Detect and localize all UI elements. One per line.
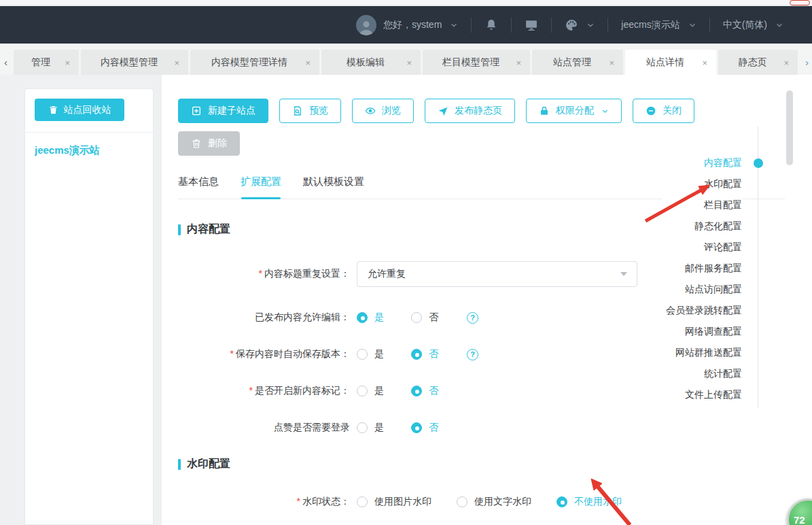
radio-icon <box>357 496 368 507</box>
required-asterisk: * <box>259 268 262 279</box>
send-icon <box>438 105 448 116</box>
detail-tab[interactable]: 基本信息 <box>178 175 219 188</box>
anchor-item[interactable]: 网站群推送配置 <box>666 342 742 363</box>
anchor-item[interactable]: 静态化配置 <box>666 216 742 237</box>
sidebar-site-item[interactable]: jeecms演示站 <box>25 133 153 169</box>
anchor-item[interactable]: 内容配置 <box>666 152 742 173</box>
detail-tab[interactable]: 默认模板设置 <box>303 175 364 188</box>
chevron-down-icon <box>586 21 595 29</box>
site-switcher-label: jeecms演示站 <box>621 19 679 31</box>
radio-option[interactable]: 是 <box>357 348 384 360</box>
delete-button[interactable]: 删除 <box>178 131 240 156</box>
form-label: *水印状态： <box>178 496 350 508</box>
radio-checked-icon <box>411 386 422 396</box>
radio-checked-icon <box>411 349 422 360</box>
toolbar-button-eye[interactable]: 浏览 <box>352 99 414 123</box>
anchor-line <box>758 126 758 408</box>
theme-menu[interactable] <box>565 18 595 32</box>
tab-bar-tabs: 管理×内容模型管理×内容模型管理详情×模板编辑×栏目模型管理×站点管理×站点详情… <box>14 50 798 75</box>
help-icon[interactable]: ? <box>467 349 478 360</box>
greeting-text: 您好，system <box>383 19 442 31</box>
user-avatar-icon[interactable] <box>356 15 376 35</box>
user-menu[interactable]: 您好，system <box>383 19 458 31</box>
tab-close-icon[interactable]: × <box>516 57 521 67</box>
monitor-icon[interactable] <box>525 18 538 32</box>
tab-close-icon[interactable]: × <box>174 57 179 67</box>
tab-item[interactable]: 站点详情× <box>625 50 716 75</box>
toolbar-button-send[interactable]: 发布静态页 <box>425 99 515 123</box>
scrollbar-thumb[interactable] <box>786 90 793 165</box>
toolbar-button-add-site[interactable]: 新建子站点 <box>178 99 268 123</box>
select-box[interactable]: 允许重复 <box>357 261 637 287</box>
radio-label: 使用文字水印 <box>474 496 531 508</box>
tab-item[interactable]: 内容模型管理详情× <box>190 50 319 75</box>
required-asterisk: * <box>230 348 234 359</box>
radio-option[interactable]: 是 <box>357 311 384 324</box>
help-icon[interactable]: ? <box>467 312 478 324</box>
tab-close-icon[interactable]: × <box>305 57 311 67</box>
chevron-down-icon <box>450 21 458 29</box>
radio-label: 不使用水印 <box>574 496 622 508</box>
toolbar-button-minus-circle[interactable]: 关闭 <box>633 99 694 123</box>
anchor-item[interactable]: 水印配置 <box>666 173 742 194</box>
browser-edge-strip <box>0 0 812 6</box>
toolbar-button-preview[interactable]: 预览 <box>279 99 341 123</box>
radio-option[interactable]: 否 <box>411 311 438 324</box>
radio-icon <box>357 386 368 396</box>
add-site-icon <box>191 105 202 116</box>
tab-close-icon[interactable]: × <box>65 57 70 67</box>
tab-item[interactable]: 管理× <box>14 50 79 75</box>
tab-close-icon[interactable]: × <box>783 57 789 67</box>
radio-option[interactable]: 使用图片水印 <box>357 496 431 508</box>
tab-close-icon[interactable]: × <box>702 57 707 67</box>
toolbar-button-lock[interactable]: 权限分配 <box>526 99 622 123</box>
anchor-item[interactable]: 会员登录跳转配置 <box>666 300 742 321</box>
divider <box>511 18 512 33</box>
site-recycle-label: 站点回收站 <box>64 104 111 116</box>
toolbar-button-label: 发布静态页 <box>455 105 502 117</box>
anchor-item[interactable]: 栏目配置 <box>666 194 742 216</box>
anchor-item[interactable]: 网络调查配置 <box>666 321 742 342</box>
tab-close-icon[interactable]: × <box>609 57 614 67</box>
anchor-item[interactable]: 邮件服务配置 <box>666 258 742 279</box>
trash-icon <box>191 138 202 149</box>
radio-option[interactable]: 不使用水印 <box>557 496 622 508</box>
form-control: 是否? <box>357 311 478 324</box>
tab-item[interactable]: 站点管理× <box>532 50 623 75</box>
tab-item[interactable]: 模板编辑× <box>321 50 421 75</box>
anchor-item[interactable]: 评论配置 <box>666 237 742 258</box>
site-switcher[interactable]: jeecms演示站 <box>621 19 696 31</box>
tabs-scroll-left-icon[interactable]: ‹ <box>4 56 7 68</box>
form-control: 使用图片水印使用文字水印不使用水印 <box>357 496 647 508</box>
divider <box>607 18 608 33</box>
tabs-scroll-right-icon[interactable]: › <box>805 56 809 68</box>
form-label: *保存内容时自动保存版本： <box>178 348 350 360</box>
toolbar: 新建子站点预览浏览发布静态页权限分配关闭 <box>178 99 812 123</box>
tab-label: 内容模型管理 <box>101 56 169 69</box>
tab-item[interactable]: 内容模型管理× <box>81 50 188 75</box>
tab-close-icon[interactable]: × <box>406 57 412 67</box>
radio-label: 否 <box>429 348 438 360</box>
anchor-item[interactable]: 统计配置 <box>666 363 742 384</box>
site-recycle-button[interactable]: 站点回收站 <box>35 99 124 121</box>
radio-icon <box>357 349 368 360</box>
detail-tab[interactable]: 扩展配置 <box>241 175 281 188</box>
radio-option[interactable]: 否 <box>411 385 438 397</box>
anchor-item[interactable]: 站点访问配置 <box>666 279 742 300</box>
radio-option[interactable]: 否 <box>411 422 438 434</box>
radio-option[interactable]: 是 <box>357 385 384 397</box>
required-asterisk: * <box>297 496 300 507</box>
tab-item[interactable]: 静态页× <box>718 50 798 75</box>
language-switcher[interactable]: 中文(简体) <box>723 19 783 31</box>
tab-item[interactable]: 栏目模型管理× <box>423 50 530 75</box>
radio-icon <box>457 496 467 507</box>
radio-option[interactable]: 是 <box>357 422 384 434</box>
tab-bar: ‹ 管理×内容模型管理×内容模型管理详情×模板编辑×栏目模型管理×站点管理×站点… <box>0 44 812 75</box>
radio-option[interactable]: 使用文字水印 <box>457 496 531 508</box>
bell-icon[interactable] <box>484 18 498 32</box>
topbar: 您好，system jeecms演示站 <box>0 6 812 44</box>
radio-option[interactable]: 否 <box>411 348 438 360</box>
anchor-item[interactable]: 文件上传配置 <box>666 384 742 405</box>
tab-label: 站点管理 <box>553 56 602 69</box>
form-label: 点赞是否需要登录 <box>178 422 350 434</box>
